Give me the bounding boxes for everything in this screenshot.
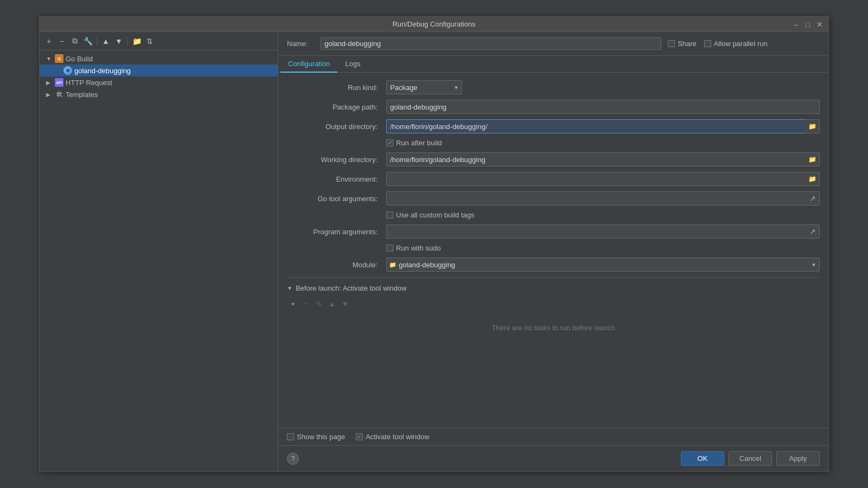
tree-item-templates[interactable]: ▶ 🛠 Templates bbox=[40, 88, 278, 100]
run-after-build-checkbox-label[interactable]: Run after build bbox=[386, 139, 442, 147]
program-arguments-label: Program arguments: bbox=[287, 228, 382, 236]
apply-button[interactable]: Apply bbox=[776, 451, 820, 466]
run-after-build-checkbox[interactable] bbox=[386, 139, 393, 146]
tree-item-go-build[interactable]: ▼ G Go Build bbox=[40, 53, 278, 65]
go-tool-arguments-input[interactable] bbox=[386, 191, 806, 206]
tree-item-http-request[interactable]: ▶ API HTTP Request bbox=[40, 76, 278, 88]
cancel-button[interactable]: Cancel bbox=[729, 451, 772, 466]
name-label: Name: bbox=[287, 40, 314, 48]
move-up-config-button[interactable]: ▲ bbox=[100, 35, 112, 47]
settings-config-button[interactable]: 🔧 bbox=[82, 35, 94, 47]
run-with-sudo-checkbox-label[interactable]: Run with sudo bbox=[386, 244, 441, 252]
custom-build-tags-checkbox[interactable] bbox=[386, 211, 393, 219]
environment-browse-button[interactable]: 📁 bbox=[806, 172, 820, 186]
ok-button[interactable]: OK bbox=[681, 451, 724, 466]
module-select-wrapper: 📁 goland-debugging ▼ bbox=[386, 258, 820, 272]
before-launch-header[interactable]: ▼ Before launch: Activate tool window bbox=[287, 282, 820, 297]
sort-icon: ⇅ bbox=[146, 37, 153, 46]
config-toolbar: + − ⧉ 🔧 ▲ ▼ � bbox=[40, 32, 278, 50]
module-label: Module: bbox=[287, 261, 382, 269]
working-directory-label: Working directory: bbox=[287, 156, 382, 164]
share-checkbox[interactable] bbox=[668, 40, 675, 47]
custom-build-tags-checkbox-label[interactable]: Use all custom build tags bbox=[386, 211, 475, 219]
templates-expand-arrow: ▶ bbox=[46, 92, 53, 98]
remove-config-button[interactable]: − bbox=[56, 35, 68, 47]
module-select[interactable]: goland-debugging bbox=[386, 258, 820, 272]
package-path-label: Package path: bbox=[287, 103, 382, 111]
templates-icon: 🛠 bbox=[55, 90, 63, 99]
launch-edit-icon: ✎ bbox=[316, 300, 322, 308]
close-button[interactable]: ✕ bbox=[815, 20, 824, 29]
sort-config-button[interactable]: ⇅ bbox=[144, 35, 156, 47]
launch-up-button[interactable]: ▲ bbox=[326, 298, 338, 310]
module-row: Module: 📁 goland-debugging ▼ bbox=[287, 258, 820, 272]
launch-edit-button[interactable]: ✎ bbox=[313, 298, 325, 310]
name-input[interactable] bbox=[321, 37, 661, 50]
program-arguments-wrapper: ↗ bbox=[386, 224, 820, 239]
copy-config-button[interactable]: ⧉ bbox=[69, 35, 81, 47]
run-kind-select[interactable]: Package File Directory bbox=[386, 80, 462, 94]
package-path-input[interactable] bbox=[386, 100, 820, 114]
run-with-sudo-checkbox[interactable] bbox=[386, 245, 393, 252]
go-build-expand-arrow: ▼ bbox=[46, 56, 53, 62]
run-after-build-label: Run after build bbox=[396, 139, 442, 147]
activate-tool-window-checkbox-label[interactable]: Activate tool window bbox=[356, 433, 430, 441]
restore-button[interactable]: □ bbox=[803, 20, 812, 29]
add-icon: + bbox=[47, 37, 51, 46]
launch-add-icon: + bbox=[291, 300, 295, 308]
goland-debugging-label: goland-debugging bbox=[74, 67, 131, 75]
name-row: Name: Share Allow parallel run bbox=[278, 32, 828, 56]
launch-down-button[interactable]: ▼ bbox=[339, 298, 351, 310]
expand-icon-2: ↗ bbox=[809, 227, 816, 236]
output-directory-row: Output directory: 📁 bbox=[287, 119, 820, 133]
help-icon: ? bbox=[291, 455, 295, 463]
go-build-label: Go Build bbox=[66, 55, 93, 63]
output-directory-browse-button[interactable]: 📁 bbox=[806, 119, 820, 133]
share-checkbox-label[interactable]: Share bbox=[668, 40, 697, 48]
environment-wrapper: 📁 bbox=[386, 172, 820, 186]
move-down-config-button[interactable]: ▼ bbox=[113, 35, 125, 47]
show-page-checkbox-label[interactable]: Show this page bbox=[287, 433, 345, 441]
working-directory-input[interactable] bbox=[386, 152, 806, 166]
tab-logs[interactable]: Logs bbox=[337, 56, 368, 73]
goland-debugging-icon bbox=[63, 66, 72, 75]
allow-parallel-checkbox-label[interactable]: Allow parallel run bbox=[704, 40, 768, 48]
folder-config-button[interactable]: 📁 bbox=[131, 35, 143, 47]
program-arguments-expand-button[interactable]: ↗ bbox=[806, 224, 820, 239]
go-tool-arguments-row: Go tool arguments: ↗ bbox=[287, 191, 820, 206]
help-button[interactable]: ? bbox=[287, 453, 299, 465]
wrench-icon: 🔧 bbox=[84, 37, 93, 46]
launch-toolbar: + − ✎ ▲ ▼ bbox=[287, 297, 820, 313]
go-build-icon: G bbox=[55, 54, 63, 63]
remove-icon: − bbox=[60, 37, 64, 46]
launch-remove-icon: − bbox=[304, 300, 308, 308]
allow-parallel-checkbox[interactable] bbox=[704, 40, 711, 47]
allow-parallel-label: Allow parallel run bbox=[714, 40, 768, 48]
run-with-sudo-label: Run with sudo bbox=[396, 244, 441, 252]
launch-add-button[interactable]: + bbox=[287, 298, 299, 310]
working-directory-browse-button[interactable]: 📁 bbox=[806, 152, 820, 166]
show-page-checkbox[interactable] bbox=[287, 433, 294, 440]
launch-down-icon: ▼ bbox=[342, 300, 349, 308]
activate-tool-window-checkbox[interactable] bbox=[356, 433, 363, 440]
templates-label: Templates bbox=[66, 91, 98, 99]
custom-build-tags-label: Use all custom build tags bbox=[396, 211, 475, 219]
environment-input[interactable] bbox=[386, 172, 806, 186]
footer-options: Show this page Activate tool window bbox=[278, 428, 828, 445]
tab-configuration[interactable]: Configuration bbox=[280, 56, 337, 73]
before-launch-section: ▼ Before launch: Activate tool window + … bbox=[287, 277, 820, 343]
run-after-build-row: Run after build bbox=[287, 139, 820, 147]
add-config-button[interactable]: + bbox=[43, 35, 55, 47]
tree-item-goland-debugging[interactable]: ▶ goland-debugging bbox=[40, 65, 278, 76]
output-directory-input[interactable] bbox=[386, 119, 806, 133]
arrow-down-icon: ▼ bbox=[115, 37, 123, 46]
minimize-button[interactable]: – bbox=[792, 20, 800, 29]
go-tool-arguments-expand-button[interactable]: ↗ bbox=[806, 191, 820, 206]
output-directory-label: Output directory: bbox=[287, 123, 382, 131]
launch-remove-button[interactable]: − bbox=[300, 298, 312, 310]
empty-launch-message: There are no tasks to run before launch bbox=[287, 313, 820, 343]
title-bar: Run/Debug Configurations – □ ✕ bbox=[40, 17, 828, 32]
program-arguments-input[interactable] bbox=[386, 224, 806, 239]
dialog-title: Run/Debug Configurations bbox=[392, 20, 475, 28]
folder-browse-icon-2: 📁 bbox=[808, 156, 816, 163]
